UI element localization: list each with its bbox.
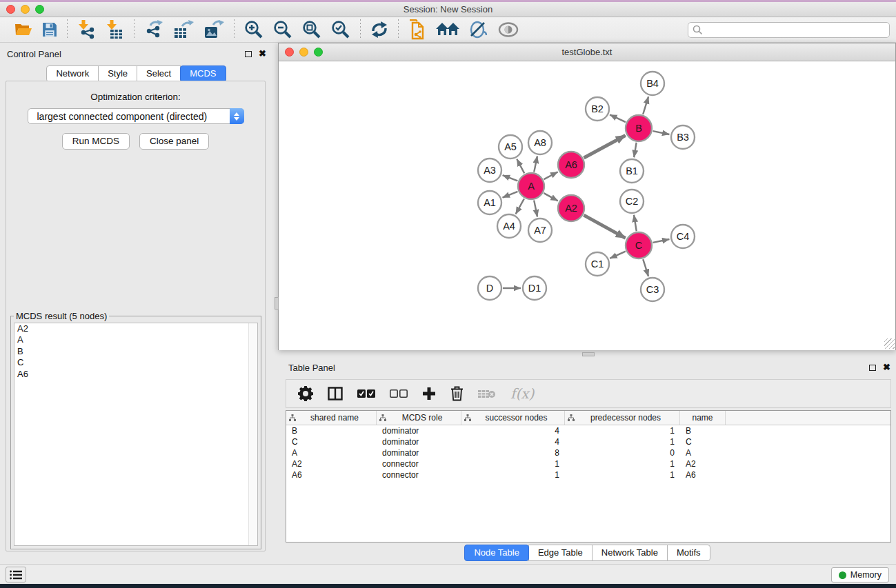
table-cell[interactable]: B bbox=[286, 426, 377, 436]
float-panel-icon[interactable] bbox=[869, 365, 876, 371]
edge-A-A7[interactable] bbox=[534, 201, 537, 217]
show-graphics-details-button[interactable] bbox=[464, 19, 493, 41]
tab-motifs[interactable]: Motifs bbox=[667, 545, 710, 561]
edge-A-A3[interactable] bbox=[503, 175, 518, 181]
table-cell[interactable]: 4 bbox=[461, 437, 565, 447]
memory-button[interactable]: Memory bbox=[831, 567, 889, 582]
function-builder-icon[interactable]: f(x) bbox=[510, 385, 534, 402]
gear-icon[interactable] bbox=[298, 386, 313, 401]
home-button[interactable] bbox=[431, 19, 464, 41]
tab-network[interactable]: Network bbox=[46, 65, 99, 82]
table-cell[interactable]: B bbox=[680, 426, 726, 436]
column-header-predecessor-nodes[interactable]: predecessor nodes bbox=[565, 411, 680, 425]
node-B1[interactable]: B1 bbox=[620, 159, 644, 183]
refresh-button[interactable] bbox=[366, 19, 393, 41]
node-A3[interactable]: A3 bbox=[478, 159, 501, 182]
mcds-result-item[interactable]: A6 bbox=[14, 369, 257, 380]
table-cell[interactable]: 1 bbox=[461, 459, 565, 469]
node-A7[interactable]: A7 bbox=[528, 219, 552, 242]
node-D1[interactable]: D1 bbox=[523, 276, 546, 300]
close-panel-icon[interactable]: ✖ bbox=[259, 50, 266, 57]
column-header-MCDS-role[interactable]: MCDS role bbox=[377, 411, 461, 425]
mcds-result-item[interactable]: A bbox=[14, 334, 257, 345]
node-B4[interactable]: B4 bbox=[641, 72, 664, 95]
edge-B-B4[interactable] bbox=[643, 97, 648, 114]
birds-eye-view-button[interactable] bbox=[493, 19, 524, 41]
node-D[interactable]: D bbox=[478, 276, 501, 300]
table-cell[interactable]: dominator bbox=[377, 448, 461, 458]
zoom-selected-button[interactable] bbox=[326, 19, 355, 41]
edge-A-A8[interactable] bbox=[534, 156, 537, 172]
search-input[interactable] bbox=[688, 22, 890, 38]
edge-C-C2[interactable] bbox=[634, 215, 637, 231]
mcds-result-item[interactable]: B bbox=[14, 346, 257, 357]
edge-A-A1[interactable] bbox=[503, 192, 518, 198]
node-B3[interactable]: B3 bbox=[671, 125, 695, 149]
edge-A2-C[interactable] bbox=[584, 215, 625, 238]
new-network-from-file-button[interactable] bbox=[404, 19, 431, 41]
import-table-button[interactable] bbox=[101, 19, 129, 41]
table-row[interactable]: Bdominator41B bbox=[286, 425, 890, 436]
node-A8[interactable]: A8 bbox=[528, 131, 552, 154]
node-A5[interactable]: A5 bbox=[499, 135, 522, 159]
network-canvas[interactable]: B4B2BB3A8A5A6B1A3AA1C2A2A4A7C4CC1C3DD1 bbox=[279, 61, 895, 350]
edge-C-C4[interactable] bbox=[653, 239, 670, 243]
table-cell[interactable]: A2 bbox=[286, 459, 377, 469]
table-row[interactable]: A2connector11A2 bbox=[286, 458, 890, 469]
node-C1[interactable]: C1 bbox=[586, 252, 609, 276]
table-cell[interactable]: 1 bbox=[565, 426, 680, 436]
table-row[interactable]: A6connector11A6 bbox=[286, 469, 890, 480]
table-cell[interactable]: 1 bbox=[565, 459, 680, 469]
tab-node-table[interactable]: Node Table bbox=[464, 545, 529, 561]
network-window-titlebar[interactable]: testGlobe.txt bbox=[279, 43, 895, 61]
optimization-criterion-select[interactable]: largest connected component (directed) bbox=[28, 108, 244, 124]
export-image-button[interactable] bbox=[199, 19, 229, 41]
table-row[interactable]: Cdominator41C bbox=[286, 436, 890, 447]
edge-A-A5[interactable] bbox=[517, 159, 524, 174]
table-cell[interactable]: A bbox=[286, 448, 377, 458]
import-network-button[interactable] bbox=[72, 19, 101, 41]
scrollbar[interactable] bbox=[248, 323, 257, 545]
table-cell[interactable]: C bbox=[286, 437, 377, 447]
table-cell[interactable]: connector bbox=[377, 470, 461, 480]
node-C2[interactable]: C2 bbox=[620, 190, 644, 213]
tab-network-table[interactable]: Network Table bbox=[592, 545, 668, 561]
close-panel-icon[interactable]: ✖ bbox=[883, 364, 890, 371]
zoom-out-button[interactable] bbox=[268, 19, 297, 41]
column-header-shared-name[interactable]: shared name bbox=[286, 411, 377, 425]
table-cell[interactable]: C bbox=[680, 437, 726, 447]
float-panel-icon[interactable] bbox=[245, 51, 252, 57]
edge-B-B3[interactable] bbox=[653, 131, 670, 134]
zoom-in-button[interactable] bbox=[239, 19, 268, 41]
select-all-icon[interactable] bbox=[357, 389, 375, 398]
table-cell[interactable]: A bbox=[680, 448, 726, 458]
edge-A6-B[interactable] bbox=[584, 135, 625, 158]
table-cell[interactable]: dominator bbox=[377, 437, 461, 447]
table-cell[interactable]: A2 bbox=[680, 459, 726, 469]
table-cell[interactable]: dominator bbox=[377, 426, 461, 436]
table-row[interactable]: Adominator80A bbox=[286, 447, 890, 458]
add-column-icon[interactable] bbox=[422, 387, 436, 401]
table-cell[interactable]: 1 bbox=[461, 470, 565, 480]
edge-B-B1[interactable] bbox=[634, 143, 636, 158]
edge-A-A2[interactable] bbox=[544, 193, 557, 201]
tab-edge-table[interactable]: Edge Table bbox=[528, 545, 593, 561]
tab-style[interactable]: Style bbox=[98, 65, 137, 82]
save-session-button[interactable] bbox=[37, 19, 62, 41]
network-graph[interactable]: B4B2BB3A8A5A6B1A3AA1C2A2A4A7C4CC1C3DD1 bbox=[279, 61, 895, 350]
delete-column-icon[interactable] bbox=[478, 388, 496, 399]
table-cell[interactable]: A6 bbox=[680, 470, 726, 480]
deselect-all-icon[interactable] bbox=[390, 389, 408, 398]
node-C[interactable]: C bbox=[626, 232, 652, 258]
column-header-successor-nodes[interactable]: successor nodes bbox=[461, 411, 565, 425]
delete-icon[interactable] bbox=[450, 386, 464, 401]
table-cell[interactable]: connector bbox=[377, 459, 461, 469]
node-A4[interactable]: A4 bbox=[497, 214, 521, 238]
tab-mcds[interactable]: MCDS bbox=[180, 65, 226, 82]
node-A2[interactable]: A2 bbox=[558, 195, 584, 221]
table-cell[interactable]: 4 bbox=[461, 426, 565, 436]
table-cell[interactable]: A6 bbox=[286, 470, 377, 480]
divider-handle[interactable] bbox=[582, 352, 595, 356]
zoom-fit-button[interactable] bbox=[297, 19, 326, 41]
node-C3[interactable]: C3 bbox=[641, 278, 664, 301]
